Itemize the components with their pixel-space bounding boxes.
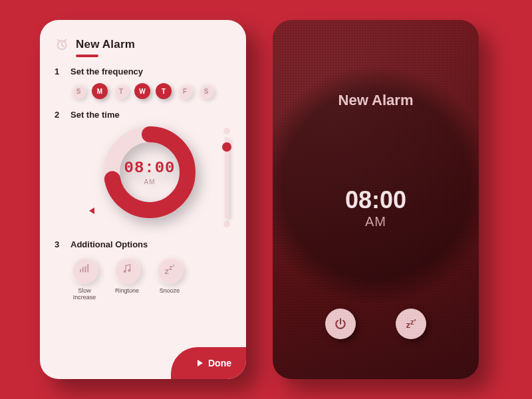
day-toggle-3[interactable]: W: [134, 83, 150, 99]
option-zzz: zzzSnooze: [156, 256, 184, 301]
header: New Alarm: [55, 37, 231, 52]
option-note: Ringtone: [113, 256, 141, 301]
step-3-label: Additional Options: [70, 239, 148, 249]
day-toggle-1[interactable]: M: [92, 83, 108, 99]
dismiss-button[interactable]: [325, 309, 356, 339]
ringing-actions: zzz: [273, 309, 479, 339]
page-title: New Alarm: [76, 38, 135, 51]
zzz-icon: zzz: [406, 318, 416, 330]
day-toggle-2[interactable]: T: [113, 83, 129, 99]
step-1-label: Set the frequency: [70, 66, 143, 76]
dial-time-value: 08:00: [124, 159, 175, 177]
slider-end-top: [223, 128, 230, 134]
step-2-label: Set the time: [70, 110, 120, 120]
option-bars: SlowIncrease: [70, 256, 98, 301]
step-3-number: 3: [55, 239, 61, 249]
option-label-0: SlowIncrease: [70, 288, 98, 301]
power-icon: [334, 317, 347, 331]
svg-point-5: [128, 269, 130, 272]
time-dial-zone: 08:00 AM: [55, 122, 231, 235]
fine-adjust-slider[interactable]: [222, 128, 231, 227]
play-icon: [198, 360, 203, 366]
done-button[interactable]: Done: [171, 347, 246, 379]
step-3-header: 3 Additional Options: [55, 239, 231, 249]
option-button-0[interactable]: [70, 256, 98, 284]
step-1-number: 1: [55, 66, 61, 76]
step-2-header: 2 Set the time: [55, 110, 231, 120]
title-underline: [76, 55, 98, 57]
alarm-clock-icon: [55, 37, 69, 52]
snooze-button[interactable]: zzz: [396, 309, 426, 339]
note-icon: [122, 263, 132, 277]
day-toggle-0[interactable]: S: [70, 83, 86, 99]
step-1-header: 1 Set the frequency: [55, 66, 231, 76]
alarm-ringing-screen: New Alarm 08:00 AM zzz: [273, 20, 479, 379]
dial-ampm: AM: [124, 178, 175, 186]
day-toggle-5[interactable]: F: [177, 83, 193, 99]
step-2-number: 2: [55, 110, 61, 120]
option-label-2: Snooze: [156, 288, 184, 295]
alarm-settings-screen: New Alarm 1 Set the frequency SMTWTFS 2 …: [40, 20, 246, 379]
frequency-day-picker: SMTWTFS: [70, 83, 231, 99]
svg-point-4: [124, 270, 126, 273]
done-label: Done: [208, 358, 231, 368]
zzz-icon: zzz: [165, 263, 175, 276]
ringing-title: New Alarm: [273, 92, 479, 109]
slider-end-bottom: [223, 221, 230, 227]
svg-point-3: [104, 172, 120, 188]
additional-options: SlowIncreaseRingtonezzzSnooze: [70, 256, 231, 301]
option-label-1: Ringtone: [113, 288, 141, 295]
slider-rail[interactable]: [225, 137, 229, 218]
dial-marker-icon: [89, 207, 94, 214]
ringing-time: 08:00: [273, 186, 479, 214]
time-dial[interactable]: 08:00 AM: [100, 122, 200, 222]
option-button-2[interactable]: zzz: [156, 256, 184, 284]
day-toggle-4[interactable]: T: [156, 83, 172, 99]
ringing-ampm: AM: [273, 214, 479, 229]
dial-center: 08:00 AM: [124, 159, 175, 186]
bars-icon: [78, 263, 90, 277]
option-button-1[interactable]: [113, 256, 141, 284]
slider-thumb[interactable]: [222, 142, 231, 152]
day-toggle-6[interactable]: S: [198, 83, 214, 99]
